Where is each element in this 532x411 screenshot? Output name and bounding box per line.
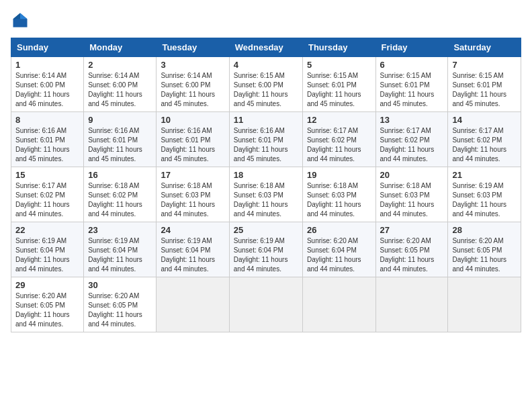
day-info: Sunrise: 6:20 AMSunset: 6:05 PMDaylight:… (88, 291, 152, 329)
day-info: Sunrise: 6:20 AMSunset: 6:05 PMDaylight:… (15, 291, 79, 329)
svg-marker-2 (13, 13, 21, 19)
day-info: Sunrise: 6:20 AMSunset: 6:05 PMDaylight:… (452, 236, 517, 274)
table-row: 3Sunrise: 6:14 AMSunset: 6:00 PMDaylight… (157, 57, 229, 112)
calendar-week-row: 15Sunrise: 6:17 AMSunset: 6:02 PMDayligh… (11, 167, 521, 222)
day-info: Sunrise: 6:18 AMSunset: 6:03 PMDaylight:… (234, 181, 298, 219)
table-row: 22Sunrise: 6:19 AMSunset: 6:04 PMDayligh… (11, 222, 84, 277)
table-row: 2Sunrise: 6:14 AMSunset: 6:00 PMDaylight… (84, 57, 157, 112)
table-row: 29Sunrise: 6:20 AMSunset: 6:05 PMDayligh… (11, 277, 84, 332)
table-row: 4Sunrise: 6:15 AMSunset: 6:00 PMDaylight… (229, 57, 302, 112)
day-number: 4 (234, 60, 298, 70)
day-number: 27 (380, 225, 444, 235)
day-info: Sunrise: 6:20 AMSunset: 6:04 PMDaylight:… (307, 236, 371, 274)
weekday-header-monday: Monday (84, 38, 157, 57)
table-row: 20Sunrise: 6:18 AMSunset: 6:03 PMDayligh… (375, 167, 448, 222)
weekday-header-sunday: Sunday (11, 38, 84, 57)
table-row (448, 277, 521, 332)
day-number: 1 (15, 60, 79, 70)
table-row: 11Sunrise: 6:16 AMSunset: 6:01 PMDayligh… (229, 112, 302, 167)
day-number: 9 (88, 115, 152, 125)
day-number: 2 (88, 60, 152, 70)
day-number: 19 (307, 170, 371, 180)
table-row: 7Sunrise: 6:15 AMSunset: 6:01 PMDaylight… (448, 57, 521, 112)
table-row (375, 277, 448, 332)
table-row: 21Sunrise: 6:19 AMSunset: 6:03 PMDayligh… (448, 167, 521, 222)
day-number: 21 (452, 170, 517, 180)
day-number: 20 (380, 170, 444, 180)
table-row (302, 277, 375, 332)
day-info: Sunrise: 6:16 AMSunset: 6:01 PMDaylight:… (161, 126, 224, 164)
table-row: 14Sunrise: 6:17 AMSunset: 6:02 PMDayligh… (448, 112, 521, 167)
day-info: Sunrise: 6:18 AMSunset: 6:02 PMDaylight:… (88, 181, 152, 219)
day-info: Sunrise: 6:17 AMSunset: 6:02 PMDaylight:… (307, 126, 371, 164)
day-info: Sunrise: 6:18 AMSunset: 6:03 PMDaylight:… (380, 181, 444, 219)
day-info: Sunrise: 6:19 AMSunset: 6:04 PMDaylight:… (161, 236, 224, 274)
table-row: 23Sunrise: 6:19 AMSunset: 6:04 PMDayligh… (84, 222, 157, 277)
table-row: 16Sunrise: 6:18 AMSunset: 6:02 PMDayligh… (84, 167, 157, 222)
table-row: 26Sunrise: 6:20 AMSunset: 6:04 PMDayligh… (302, 222, 375, 277)
day-info: Sunrise: 6:19 AMSunset: 6:04 PMDaylight:… (15, 236, 79, 274)
day-number: 25 (234, 225, 298, 235)
day-number: 28 (452, 225, 517, 235)
table-row: 9Sunrise: 6:16 AMSunset: 6:01 PMDaylight… (84, 112, 157, 167)
table-row: 27Sunrise: 6:20 AMSunset: 6:05 PMDayligh… (375, 222, 448, 277)
weekday-header-friday: Friday (375, 38, 448, 57)
day-info: Sunrise: 6:17 AMSunset: 6:02 PMDaylight:… (452, 126, 517, 164)
day-info: Sunrise: 6:14 AMSunset: 6:00 PMDaylight:… (161, 71, 224, 109)
logo-icon (11, 11, 30, 30)
calendar-week-row: 22Sunrise: 6:19 AMSunset: 6:04 PMDayligh… (11, 222, 521, 277)
day-number: 14 (452, 115, 517, 125)
day-number: 18 (234, 170, 298, 180)
svg-marker-1 (20, 13, 28, 19)
day-info: Sunrise: 6:15 AMSunset: 6:01 PMDaylight:… (452, 71, 517, 109)
table-row: 13Sunrise: 6:17 AMSunset: 6:02 PMDayligh… (375, 112, 448, 167)
day-info: Sunrise: 6:19 AMSunset: 6:04 PMDaylight:… (234, 236, 298, 274)
table-row: 6Sunrise: 6:15 AMSunset: 6:01 PMDaylight… (375, 57, 448, 112)
calendar-header-row: SundayMondayTuesdayWednesdayThursdayFrid… (11, 38, 521, 57)
day-number: 16 (88, 170, 152, 180)
table-row: 10Sunrise: 6:16 AMSunset: 6:01 PMDayligh… (157, 112, 229, 167)
day-number: 13 (380, 115, 444, 125)
day-number: 17 (161, 170, 224, 180)
calendar-week-row: 29Sunrise: 6:20 AMSunset: 6:05 PMDayligh… (11, 277, 521, 332)
day-number: 22 (15, 225, 79, 235)
table-row (229, 277, 302, 332)
day-info: Sunrise: 6:20 AMSunset: 6:05 PMDaylight:… (380, 236, 444, 274)
logo (11, 11, 32, 30)
day-number: 7 (452, 60, 517, 70)
day-info: Sunrise: 6:16 AMSunset: 6:01 PMDaylight:… (15, 126, 79, 164)
day-number: 6 (380, 60, 444, 70)
table-row: 17Sunrise: 6:18 AMSunset: 6:03 PMDayligh… (157, 167, 229, 222)
weekday-header-thursday: Thursday (302, 38, 375, 57)
day-number: 24 (161, 225, 224, 235)
day-number: 8 (15, 115, 79, 125)
day-number: 11 (234, 115, 298, 125)
calendar-week-row: 8Sunrise: 6:16 AMSunset: 6:01 PMDaylight… (11, 112, 521, 167)
table-row: 25Sunrise: 6:19 AMSunset: 6:04 PMDayligh… (229, 222, 302, 277)
table-row: 12Sunrise: 6:17 AMSunset: 6:02 PMDayligh… (302, 112, 375, 167)
day-info: Sunrise: 6:15 AMSunset: 6:00 PMDaylight:… (234, 71, 298, 109)
calendar-week-row: 1Sunrise: 6:14 AMSunset: 6:00 PMDaylight… (11, 57, 521, 112)
day-info: Sunrise: 6:15 AMSunset: 6:01 PMDaylight:… (307, 71, 371, 109)
day-info: Sunrise: 6:19 AMSunset: 6:04 PMDaylight:… (88, 236, 152, 274)
table-row: 28Sunrise: 6:20 AMSunset: 6:05 PMDayligh… (448, 222, 521, 277)
day-number: 12 (307, 115, 371, 125)
day-number: 10 (161, 115, 224, 125)
weekday-header-wednesday: Wednesday (229, 38, 302, 57)
day-info: Sunrise: 6:17 AMSunset: 6:02 PMDaylight:… (15, 181, 79, 219)
table-row (157, 277, 229, 332)
table-row: 8Sunrise: 6:16 AMSunset: 6:01 PMDaylight… (11, 112, 84, 167)
day-info: Sunrise: 6:18 AMSunset: 6:03 PMDaylight:… (307, 181, 371, 219)
day-number: 5 (307, 60, 371, 70)
table-row: 18Sunrise: 6:18 AMSunset: 6:03 PMDayligh… (229, 167, 302, 222)
day-number: 30 (88, 280, 152, 290)
day-info: Sunrise: 6:15 AMSunset: 6:01 PMDaylight:… (380, 71, 444, 109)
table-row: 30Sunrise: 6:20 AMSunset: 6:05 PMDayligh… (84, 277, 157, 332)
calendar-table: SundayMondayTuesdayWednesdayThursdayFrid… (11, 38, 521, 332)
page-header (11, 11, 521, 30)
table-row: 19Sunrise: 6:18 AMSunset: 6:03 PMDayligh… (302, 167, 375, 222)
day-info: Sunrise: 6:16 AMSunset: 6:01 PMDaylight:… (88, 126, 152, 164)
day-info: Sunrise: 6:17 AMSunset: 6:02 PMDaylight:… (380, 126, 444, 164)
day-number: 3 (161, 60, 224, 70)
day-info: Sunrise: 6:18 AMSunset: 6:03 PMDaylight:… (161, 181, 224, 219)
